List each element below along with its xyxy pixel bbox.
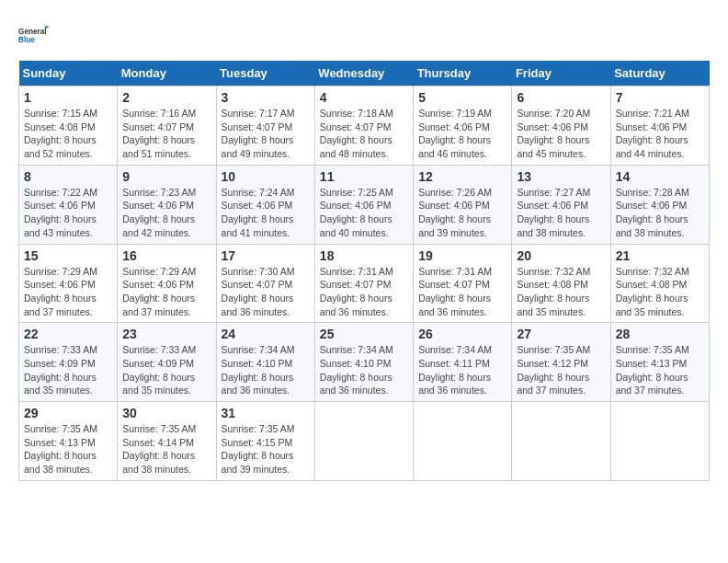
day-number: 18 bbox=[320, 248, 408, 263]
day-detail: Sunrise: 7:34 AMSunset: 4:10 PMDaylight:… bbox=[320, 344, 393, 396]
calendar-cell: 9 Sunrise: 7:23 AMSunset: 4:06 PMDayligh… bbox=[118, 165, 216, 244]
calendar-cell: 13 Sunrise: 7:27 AMSunset: 4:06 PMDaylig… bbox=[512, 165, 610, 244]
day-number: 4 bbox=[320, 90, 408, 105]
day-detail: Sunrise: 7:22 AMSunset: 4:06 PMDaylight:… bbox=[24, 187, 97, 238]
day-number: 7 bbox=[616, 90, 704, 105]
col-header-thursday: Thursday bbox=[414, 61, 512, 86]
day-detail: Sunrise: 7:27 AMSunset: 4:06 PMDaylight:… bbox=[517, 187, 590, 238]
day-number: 10 bbox=[222, 169, 310, 184]
day-number: 22 bbox=[24, 327, 112, 341]
day-number: 27 bbox=[517, 327, 605, 341]
day-number: 14 bbox=[616, 169, 704, 184]
calendar-cell: 25 Sunrise: 7:34 AMSunset: 4:10 PMDaylig… bbox=[314, 323, 413, 402]
calendar-cell: 29 Sunrise: 7:35 AMSunset: 4:13 PMDaylig… bbox=[19, 402, 118, 481]
day-number: 29 bbox=[24, 406, 112, 420]
day-number: 19 bbox=[418, 248, 506, 263]
day-number: 11 bbox=[320, 169, 408, 184]
day-number: 31 bbox=[222, 406, 310, 420]
day-detail: Sunrise: 7:35 AMSunset: 4:13 PMDaylight:… bbox=[24, 423, 97, 475]
calendar-cell: 30 Sunrise: 7:35 AMSunset: 4:14 PMDaylig… bbox=[118, 402, 216, 481]
day-detail: Sunrise: 7:34 AMSunset: 4:10 PMDaylight:… bbox=[222, 344, 295, 396]
day-detail: Sunrise: 7:29 AMSunset: 4:06 PMDaylight:… bbox=[122, 266, 196, 317]
col-header-friday: Friday bbox=[512, 61, 610, 86]
day-detail: Sunrise: 7:35 AMSunset: 4:15 PMDaylight:… bbox=[222, 423, 295, 475]
col-header-wednesday: Wednesday bbox=[314, 61, 413, 86]
day-detail: Sunrise: 7:30 AMSunset: 4:07 PMDaylight:… bbox=[222, 266, 295, 317]
calendar-cell: 6 Sunrise: 7:20 AMSunset: 4:06 PMDayligh… bbox=[512, 86, 610, 166]
day-number: 16 bbox=[122, 248, 210, 263]
calendar-cell: 20 Sunrise: 7:32 AMSunset: 4:08 PMDaylig… bbox=[512, 244, 610, 323]
day-detail: Sunrise: 7:35 AMSunset: 4:14 PMDaylight:… bbox=[122, 423, 196, 475]
day-detail: Sunrise: 7:18 AMSunset: 4:07 PMDaylight:… bbox=[320, 108, 393, 159]
day-number: 17 bbox=[222, 248, 310, 263]
col-header-saturday: Saturday bbox=[610, 61, 709, 86]
day-number: 6 bbox=[517, 90, 605, 105]
day-number: 21 bbox=[616, 248, 704, 263]
calendar-cell: 4 Sunrise: 7:18 AMSunset: 4:07 PMDayligh… bbox=[314, 86, 413, 166]
week-row-2: 8 Sunrise: 7:22 AMSunset: 4:06 PMDayligh… bbox=[19, 165, 710, 244]
calendar-cell: 18 Sunrise: 7:31 AMSunset: 4:07 PMDaylig… bbox=[314, 244, 413, 323]
day-detail: Sunrise: 7:34 AMSunset: 4:11 PMDaylight:… bbox=[418, 344, 492, 396]
day-detail: Sunrise: 7:21 AMSunset: 4:06 PMDaylight:… bbox=[616, 108, 689, 159]
calendar-cell: 16 Sunrise: 7:29 AMSunset: 4:06 PMDaylig… bbox=[118, 244, 216, 323]
calendar-table: SundayMondayTuesdayWednesdayThursdayFrid… bbox=[18, 61, 710, 481]
day-detail: Sunrise: 7:19 AMSunset: 4:06 PMDaylight:… bbox=[418, 108, 492, 159]
day-detail: Sunrise: 7:31 AMSunset: 4:07 PMDaylight:… bbox=[418, 266, 492, 317]
day-number: 2 bbox=[122, 90, 210, 105]
calendar-cell: 15 Sunrise: 7:29 AMSunset: 4:06 PMDaylig… bbox=[19, 244, 118, 323]
day-number: 5 bbox=[418, 90, 506, 105]
calendar-cell: 14 Sunrise: 7:28 AMSunset: 4:06 PMDaylig… bbox=[610, 165, 709, 244]
day-detail: Sunrise: 7:28 AMSunset: 4:06 PMDaylight:… bbox=[616, 187, 689, 238]
week-row-4: 22 Sunrise: 7:33 AMSunset: 4:09 PMDaylig… bbox=[19, 323, 710, 402]
calendar-cell: 31 Sunrise: 7:35 AMSunset: 4:15 PMDaylig… bbox=[216, 402, 314, 481]
day-detail: Sunrise: 7:32 AMSunset: 4:08 PMDaylight:… bbox=[517, 266, 590, 317]
calendar-cell: 24 Sunrise: 7:34 AMSunset: 4:10 PMDaylig… bbox=[216, 323, 314, 402]
page-header: GeneralBlue bbox=[18, 18, 710, 52]
day-number: 26 bbox=[418, 327, 506, 341]
day-number: 12 bbox=[418, 169, 506, 184]
calendar-cell: 19 Sunrise: 7:31 AMSunset: 4:07 PMDaylig… bbox=[414, 244, 512, 323]
day-number: 23 bbox=[122, 327, 210, 341]
col-header-monday: Monday bbox=[118, 61, 216, 86]
day-detail: Sunrise: 7:26 AMSunset: 4:06 PMDaylight:… bbox=[418, 187, 492, 238]
day-number: 15 bbox=[24, 248, 112, 263]
calendar-cell: 28 Sunrise: 7:35 AMSunset: 4:13 PMDaylig… bbox=[610, 323, 709, 402]
logo-icon: GeneralBlue bbox=[18, 18, 51, 52]
calendar-cell: 23 Sunrise: 7:33 AMSunset: 4:09 PMDaylig… bbox=[118, 323, 216, 402]
logo: GeneralBlue bbox=[18, 18, 51, 52]
day-detail: Sunrise: 7:17 AMSunset: 4:07 PMDaylight:… bbox=[222, 108, 295, 159]
col-header-tuesday: Tuesday bbox=[216, 61, 314, 86]
svg-text:Blue: Blue bbox=[18, 36, 35, 44]
calendar-cell: 1 Sunrise: 7:15 AMSunset: 4:08 PMDayligh… bbox=[19, 86, 118, 166]
calendar-header-row: SundayMondayTuesdayWednesdayThursdayFrid… bbox=[19, 61, 710, 86]
day-number: 1 bbox=[24, 90, 112, 105]
day-number: 8 bbox=[24, 169, 112, 184]
calendar-cell bbox=[314, 402, 413, 481]
day-number: 3 bbox=[222, 90, 310, 105]
calendar-cell: 11 Sunrise: 7:25 AMSunset: 4:06 PMDaylig… bbox=[314, 165, 413, 244]
col-header-sunday: Sunday bbox=[19, 61, 118, 86]
calendar-cell: 5 Sunrise: 7:19 AMSunset: 4:06 PMDayligh… bbox=[414, 86, 512, 166]
day-detail: Sunrise: 7:25 AMSunset: 4:06 PMDaylight:… bbox=[320, 187, 393, 238]
day-number: 28 bbox=[616, 327, 704, 341]
calendar-cell: 22 Sunrise: 7:33 AMSunset: 4:09 PMDaylig… bbox=[19, 323, 118, 402]
calendar-cell bbox=[512, 402, 610, 481]
calendar-cell bbox=[414, 402, 512, 481]
day-number: 30 bbox=[122, 406, 210, 420]
day-number: 20 bbox=[517, 248, 605, 263]
day-detail: Sunrise: 7:23 AMSunset: 4:06 PMDaylight:… bbox=[122, 187, 196, 238]
calendar-cell: 7 Sunrise: 7:21 AMSunset: 4:06 PMDayligh… bbox=[610, 86, 709, 166]
calendar-cell: 26 Sunrise: 7:34 AMSunset: 4:11 PMDaylig… bbox=[414, 323, 512, 402]
week-row-3: 15 Sunrise: 7:29 AMSunset: 4:06 PMDaylig… bbox=[19, 244, 710, 323]
svg-marker-2 bbox=[44, 26, 49, 29]
calendar-cell: 21 Sunrise: 7:32 AMSunset: 4:08 PMDaylig… bbox=[610, 244, 709, 323]
day-detail: Sunrise: 7:16 AMSunset: 4:07 PMDaylight:… bbox=[122, 108, 196, 159]
calendar-cell: 3 Sunrise: 7:17 AMSunset: 4:07 PMDayligh… bbox=[216, 86, 314, 166]
svg-text:General: General bbox=[18, 28, 47, 36]
calendar-cell: 8 Sunrise: 7:22 AMSunset: 4:06 PMDayligh… bbox=[19, 165, 118, 244]
day-number: 24 bbox=[222, 327, 310, 341]
day-detail: Sunrise: 7:35 AMSunset: 4:13 PMDaylight:… bbox=[616, 344, 689, 396]
calendar-cell: 27 Sunrise: 7:35 AMSunset: 4:12 PMDaylig… bbox=[512, 323, 610, 402]
calendar-cell: 2 Sunrise: 7:16 AMSunset: 4:07 PMDayligh… bbox=[118, 86, 216, 166]
day-detail: Sunrise: 7:20 AMSunset: 4:06 PMDaylight:… bbox=[517, 108, 590, 159]
